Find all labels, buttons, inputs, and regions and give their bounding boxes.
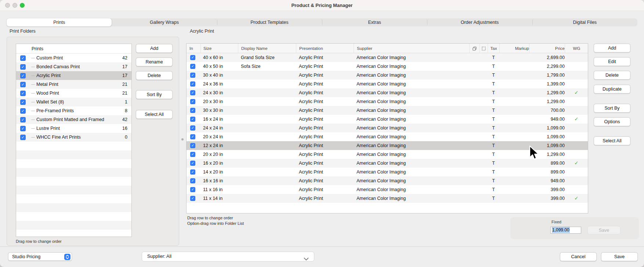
row-checkbox[interactable]: ✓ bbox=[190, 178, 195, 183]
folder-list[interactable]: Prints ✓Custom Print42✓Bonded Canvas Pri… bbox=[16, 44, 132, 237]
product-price: 1,299.00 bbox=[529, 97, 565, 106]
folder-checkbox[interactable]: ✓ bbox=[20, 126, 26, 131]
folder-row[interactable]: ✓Lustre Print16 bbox=[16, 124, 131, 133]
folder-checkbox[interactable]: ✓ bbox=[20, 73, 26, 78]
product-row[interactable]: ✓11 x 14 inAcrylic PrintAmerican Color I… bbox=[187, 194, 588, 203]
folder-checkbox[interactable]: ✓ bbox=[20, 91, 26, 96]
pricing-preset-select[interactable]: Studio Pricing bbox=[8, 252, 72, 261]
folder-row[interactable]: ✓Wallet Set (8)1 bbox=[16, 98, 131, 106]
product-markup bbox=[499, 194, 529, 203]
folder-sort-by-button[interactable]: Sort By bbox=[136, 90, 173, 99]
row-checkbox[interactable]: ✓ bbox=[190, 169, 195, 175]
product-row[interactable]: ✓24 x 24 inAcrylic PrintAmerican Color I… bbox=[187, 124, 588, 132]
product-edit-button[interactable]: Edit bbox=[594, 57, 630, 66]
folder-row[interactable]: ✓Metal Print21 bbox=[16, 80, 131, 89]
folder-checkbox[interactable]: ✓ bbox=[20, 64, 26, 70]
product-options-button[interactable]: Options bbox=[594, 117, 630, 126]
col-header-frame-icon[interactable] bbox=[480, 44, 488, 53]
product-row[interactable]: ✓30 x 30 inAcrylic PrintAmerican Color I… bbox=[187, 106, 588, 115]
save-button[interactable]: Save bbox=[601, 252, 638, 261]
product-row[interactable]: ✓24 x 30 inAcrylic PrintAmerican Color I… bbox=[187, 88, 588, 97]
tab-prints[interactable]: Prints bbox=[7, 18, 112, 26]
product-row[interactable]: ✓40 x 60 inGrand Sofa SizeAcrylic PrintA… bbox=[187, 53, 588, 62]
folder-rename-button[interactable]: Rename bbox=[136, 58, 173, 66]
folder-list-root-row[interactable]: Prints bbox=[16, 44, 131, 54]
row-checkbox[interactable]: ✓ bbox=[190, 187, 195, 192]
folder-row[interactable]: ✓Bonded Canvas Print17 bbox=[16, 62, 131, 71]
row-checkbox[interactable]: ✓ bbox=[190, 196, 195, 201]
product-row[interactable]: ✓12 x 24 inAcrylic PrintAmerican Color I… bbox=[187, 141, 588, 150]
row-checkbox[interactable]: ✓ bbox=[190, 152, 195, 157]
product-row[interactable]: ✓20 x 24 inAcrylic PrintAmerican Color I… bbox=[187, 132, 588, 141]
row-checkbox[interactable]: ✓ bbox=[190, 143, 195, 148]
cancel-button[interactable]: Cancel bbox=[560, 252, 597, 261]
row-checkbox[interactable]: ✓ bbox=[190, 134, 195, 139]
product-row[interactable]: ✓20 x 20 inAcrylic PrintAmerican Color I… bbox=[187, 150, 588, 159]
product-delete-button[interactable]: Delete bbox=[594, 71, 630, 80]
row-checkbox[interactable]: ✓ bbox=[190, 81, 195, 87]
product-row[interactable]: ✓16 x 24 inAcrylic PrintAmerican Color I… bbox=[187, 115, 588, 124]
folder-checkbox[interactable]: ✓ bbox=[20, 135, 26, 140]
row-checkbox[interactable]: ✓ bbox=[190, 125, 195, 131]
row-checkbox[interactable]: ✓ bbox=[190, 55, 195, 60]
product-row[interactable]: ✓30 x 40 inAcrylic PrintAmerican Color I… bbox=[187, 71, 588, 80]
col-header-price[interactable]: Price bbox=[529, 44, 565, 53]
tab-gallery-wraps[interactable]: Gallery Wraps bbox=[112, 18, 217, 26]
splitter-handle[interactable] bbox=[181, 138, 184, 140]
row-checkbox[interactable]: ✓ bbox=[190, 90, 195, 95]
row-checkbox[interactable]: ✓ bbox=[190, 108, 195, 113]
supplier-filter-select[interactable]: Supplier: All bbox=[142, 252, 314, 261]
folder-row[interactable]: ✓WHCC Fine Art Prints0 bbox=[16, 133, 131, 142]
folder-count: 1 bbox=[113, 99, 127, 105]
col-header-presentation[interactable]: Presentation bbox=[296, 44, 354, 53]
col-header-in[interactable]: In bbox=[187, 44, 200, 53]
product-duplicate-button[interactable]: Duplicate bbox=[594, 85, 630, 94]
product-presentation: Acrylic Print bbox=[296, 88, 354, 97]
col-header-markup[interactable]: Markup bbox=[499, 44, 529, 53]
row-checkbox[interactable]: ✓ bbox=[190, 161, 195, 166]
tab-digital-files[interactable]: Digital Files bbox=[532, 18, 637, 26]
product-row[interactable]: ✓20 x 30 inAcrylic PrintAmerican Color I… bbox=[187, 97, 588, 106]
folder-row[interactable]: ✓Custom Print Matted and Framed42 bbox=[16, 115, 131, 124]
folder-checkbox[interactable]: ✓ bbox=[20, 117, 26, 122]
product-price: 899.00 bbox=[529, 168, 565, 176]
folder-select-all-button[interactable]: Select All bbox=[136, 110, 173, 119]
folder-delete-button[interactable]: Delete bbox=[136, 71, 173, 80]
fixed-price-input[interactable]: 1,099.00 bbox=[550, 227, 581, 234]
price-save-button[interactable]: Save bbox=[587, 226, 621, 234]
row-checkbox[interactable]: ✓ bbox=[190, 73, 195, 78]
product-row[interactable]: ✓16 x 16 inAcrylic PrintAmerican Color I… bbox=[187, 176, 588, 185]
folder-row[interactable]: ✓Wood Print21 bbox=[16, 89, 131, 98]
product-row[interactable]: ✓14 x 20 inAcrylic PrintAmerican Color I… bbox=[187, 168, 588, 176]
tab-product-templates[interactable]: Product Templates bbox=[217, 18, 322, 26]
folder-checkbox[interactable]: ✓ bbox=[20, 108, 26, 114]
product-select-all-button[interactable]: Select All bbox=[594, 136, 630, 145]
product-tax: T bbox=[488, 106, 499, 115]
col-header-size[interactable]: Size bbox=[200, 44, 238, 53]
product-table[interactable]: In Size Display Name Presentation Suppli… bbox=[186, 43, 588, 213]
col-header-display-name[interactable]: Display Name bbox=[238, 44, 296, 53]
product-row[interactable]: ✓40 x 50 inSofa SizeAcrylic PrintAmerica… bbox=[187, 62, 588, 71]
folder-checkbox[interactable]: ✓ bbox=[20, 55, 26, 61]
col-header-supplier[interactable]: Supplier bbox=[354, 44, 469, 53]
folder-checkbox[interactable]: ✓ bbox=[20, 82, 26, 87]
folder-row[interactable]: ✓Custom Print42 bbox=[16, 54, 131, 62]
tab-order-adjustments[interactable]: Order Adjustments bbox=[427, 18, 532, 26]
row-checkbox[interactable]: ✓ bbox=[190, 99, 195, 104]
folder-row[interactable]: ✓Acrylic Print17 bbox=[16, 71, 131, 80]
folder-row[interactable]: ✓Pre-Framed Prints8 bbox=[16, 106, 131, 115]
product-row[interactable]: ✓16 x 20 inAcrylic PrintAmerican Color I… bbox=[187, 159, 588, 168]
col-header-wg[interactable]: WG bbox=[565, 44, 588, 53]
product-add-button[interactable]: Add bbox=[594, 44, 630, 52]
folder-add-button[interactable]: Add bbox=[136, 44, 173, 53]
product-sort-by-button[interactable]: Sort By bbox=[594, 104, 630, 113]
col-header-tax[interactable]: Tax bbox=[488, 44, 499, 53]
folder-checkbox[interactable]: ✓ bbox=[20, 99, 26, 105]
tab-extras[interactable]: Extras bbox=[322, 18, 427, 26]
empty-row bbox=[16, 168, 131, 177]
row-checkbox[interactable]: ✓ bbox=[190, 64, 195, 69]
product-row[interactable]: ✓24 x 36 inAcrylic PrintAmerican Color I… bbox=[187, 80, 588, 88]
row-checkbox[interactable]: ✓ bbox=[190, 117, 195, 122]
col-header-copies-icon[interactable] bbox=[469, 44, 480, 53]
product-row[interactable]: ✓11 x 16 inAcrylic PrintAmerican Color I… bbox=[187, 185, 588, 194]
